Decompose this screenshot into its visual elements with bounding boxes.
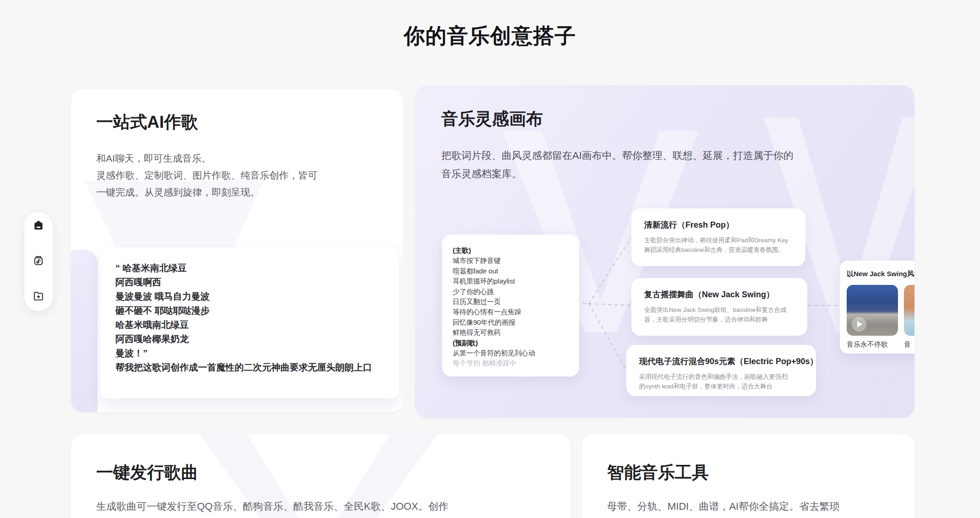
note-line: 鲜艳得无可救药 <box>453 327 570 338</box>
card-description: 和AI聊天，即可生成音乐。 灵感作歌、定制歌词、图片作歌、纯音乐创作，皆可 一键… <box>96 150 318 201</box>
page-title: 你的音乐创意搭子 <box>0 22 980 50</box>
sidebar-item-new-folder[interactable] <box>32 290 45 304</box>
lyric-line: “ 哈基米南北绿豆 <box>115 261 386 275</box>
sidebar-item-music-library[interactable] <box>32 255 45 268</box>
description-line: 和AI聊天，即可生成音乐。 <box>96 150 318 167</box>
lyric-line: 帮我把这歌词创作成一首魔性的二次元神曲要求无厘头朗朗上口 <box>115 360 386 375</box>
description-line: 音乐灵感档案库。 <box>441 165 794 183</box>
note-line: 少了你的心跳 <box>453 287 570 297</box>
card-title: 音乐灵感画布 <box>441 109 543 129</box>
note-line: (预副歌) <box>453 338 570 348</box>
play-icon <box>857 321 862 327</box>
note-line: (主歌) <box>453 245 570 256</box>
track-item[interactable]: 音乐永不停歌 <box>847 285 898 349</box>
style-node-new-jack-swing[interactable]: 复古摇摆舞曲（New Jack Swing） 全面突出New Jack Swin… <box>631 278 807 336</box>
generated-songs-node[interactable]: 以New Jack Swing风格创 音乐永不停歌 音 <box>840 261 914 354</box>
note-line: 日历又翻过一页 <box>453 297 570 307</box>
track-label: 音 <box>904 340 914 349</box>
lyric-note-node[interactable]: (主歌) 城市按下静音键 喧嚣都fade out 耳机里循环的playlist … <box>442 234 579 376</box>
card-title: 一站式AI作歌 <box>96 112 198 132</box>
note-line: 城市按下静音键 <box>453 256 570 266</box>
card-description: 母带、分轨、MIDI、曲谱，AI帮你全搞定。省去繁琐 <box>607 497 839 516</box>
lavender-strip-decoration <box>71 250 98 412</box>
card-inspiration-canvas: 音乐灵感画布 把歌词片段、曲风灵感都留在AI画布中。帮你整理、联想、延展，打造属… <box>415 85 914 418</box>
style-title: 复古摇摆舞曲（New Jack Swing） <box>644 289 795 300</box>
lyric-line: 阿西嘎啊西 <box>115 275 386 289</box>
track-label: 音乐永不停歌 <box>847 340 898 349</box>
style-body-line: 主歌部分突出律动，桥段使用柔和Pad和Dreamy Key <box>644 236 794 245</box>
style-node-fresh-pop[interactable]: 清新流行（Fresh Pop） 主歌部分突出律动，桥段使用柔和Pad和Dream… <box>631 208 805 266</box>
style-body-line: 舞蹈采用经典bassline和古典，营造温暖青春氛围。 <box>644 245 794 255</box>
card-title: 智能音乐工具 <box>607 463 709 483</box>
style-title: 清新流行（Fresh Pop） <box>644 219 794 230</box>
album-art[interactable] <box>847 285 898 336</box>
card-description: 把歌词片段、曲风灵感都留在AI画布中。帮你整理、联想、延展，打造属于你的 音乐灵… <box>441 147 794 183</box>
card-ai-song: 一站式AI作歌 和AI聊天，即可生成音乐。 灵感作歌、定制歌词、图片作歌、纯音乐… <box>71 89 403 412</box>
note-line: 喧嚣都fade out <box>453 266 570 276</box>
note-line: 从第一个音符的初见到心动 <box>453 348 570 358</box>
folder-add-icon <box>33 290 44 304</box>
home-icon <box>33 219 44 233</box>
music-library-icon <box>33 255 44 268</box>
style-body-line: 采用现代电子流行的音色和编曲手法，副歌融入更强烈 <box>639 372 804 382</box>
description-line: 把歌词片段、曲风灵感都留在AI画布中。帮你整理、联想、延展，打造属于你的 <box>441 147 794 165</box>
note-line: 耳机里循环的playlist <box>453 276 570 286</box>
note-line: 等待的心情有一点焦躁 <box>453 307 570 317</box>
lyric-line: 哈基米哦南北绿豆 <box>115 318 386 332</box>
lyric-line: 曼波曼波 哦马自力曼波 <box>115 289 386 304</box>
card-publish-song: 一键发行歌曲 生成歌曲可一键发行至QQ音乐、酷狗音乐、酷我音乐、全民K歌、JOO… <box>71 434 570 518</box>
note-line: 回忆像90年代的画报 <box>453 317 570 327</box>
description-line: 灵感作歌、定制歌词、图片作歌、纯音乐创作，皆可 <box>96 167 318 184</box>
floating-sidebar <box>24 212 53 311</box>
note-line: 每个节拍 都精准踩中 <box>453 358 570 368</box>
sidebar-item-home[interactable] <box>32 219 45 233</box>
album-art[interactable] <box>904 285 914 336</box>
card-title: 一键发行歌曲 <box>96 463 198 483</box>
style-node-electric-pop-90s[interactable]: 现代电子流行混合90s元素（Electric Pop+90s） 采用现代电子流行… <box>626 345 816 396</box>
song-card-title: 以New Jack Swing风格创 <box>847 270 914 278</box>
track-item[interactable]: 音 <box>904 285 914 349</box>
description-line: 一键完成。从灵感到旋律，即刻呈现。 <box>96 184 318 201</box>
card-smart-tools: 智能音乐工具 母带、分轨、MIDI、曲谱，AI帮你全搞定。省去繁琐 <box>582 434 914 518</box>
card-description: 生成歌曲可一键发行至QQ音乐、酷狗音乐、酷我音乐、全民K歌、JOOX。创作 <box>96 497 449 516</box>
lyric-line: 曼波！” <box>115 346 386 360</box>
style-body-line: 的synth lead和电子鼓，整体更时尚，适合大舞台 <box>639 382 804 392</box>
track-list: 音乐永不停歌 音 <box>847 285 914 349</box>
style-body-line: 器，主歌采用分明切分节奏，适合律动和群舞 <box>644 315 795 325</box>
lyric-line: 砸不砸不 耶哒耶哒漫步 <box>115 304 386 318</box>
style-body-line: 全面突出New Jack Swing鼓组、bassline和复古合成 <box>644 305 795 315</box>
style-title: 现代电子流行混合90s元素（Electric Pop+90s） <box>639 356 804 367</box>
lyric-line: 阿西嘎哈椰果奶龙 <box>115 332 386 346</box>
play-button[interactable] <box>852 317 866 332</box>
lyric-prompt-box: “ 哈基米南北绿豆 阿西嘎啊西 曼波曼波 哦马自力曼波 砸不砸不 耶哒耶哒漫步 … <box>100 247 399 398</box>
